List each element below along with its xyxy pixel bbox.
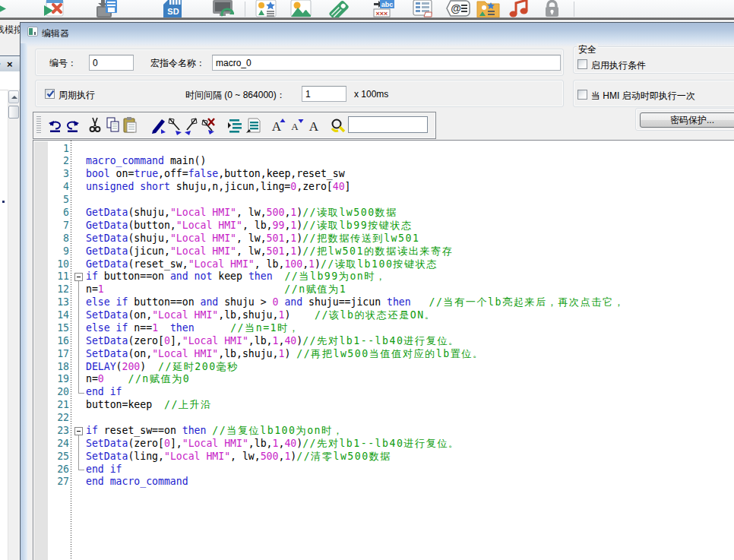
svg-text:SD: SD — [167, 7, 179, 16]
password-protect-button[interactable]: 密码保护... — [640, 112, 734, 128]
redo-icon[interactable] — [63, 115, 81, 135]
offline-simulation-label: 离线模拟 — [0, 24, 21, 36]
code-line: GetData(jicun,"Local HMI", lw,501,1)//把l… — [86, 245, 453, 258]
dialog-title: 编辑器 — [42, 27, 69, 40]
toolbar-separator — [574, 2, 574, 17]
code-line: macro_command main() — [86, 155, 206, 168]
font-increase-icon[interactable]: A — [270, 115, 288, 135]
periodic-label: 周期执行 — [59, 89, 95, 102]
code-line: end macro_command — [86, 476, 188, 489]
toolbar-separator — [245, 2, 245, 17]
code-line: n=0 //n赋值为0 — [86, 373, 190, 386]
copy-icon[interactable] — [104, 115, 122, 135]
enable-condition-checkbox[interactable] — [577, 59, 587, 69]
paste-icon[interactable] — [121, 115, 139, 135]
docked-panel-titlebar: ▾ × — [0, 55, 21, 73]
svg-text:@: @ — [451, 2, 461, 14]
startup-checkbox[interactable] — [577, 90, 587, 100]
code-line: GetData(button,"Local HMI", lb,99,1)//读取… — [86, 220, 413, 233]
font-icon[interactable]: A — [305, 115, 323, 135]
code-line: n=1 //n赋值为1 — [86, 283, 346, 296]
toolbar-grip[interactable] — [36, 116, 41, 134]
cut-icon[interactable] — [86, 115, 104, 135]
code-line: else if button==on and shuju > 0 and shu… — [86, 296, 625, 309]
project-panel — [0, 71, 21, 560]
code-line: if button==on and not keep then //当lb99为… — [86, 271, 387, 283]
editor-dialog: 编辑器 编号： 0 宏指令名称： macro_0 安全 启用执行条件 周期执行 … — [20, 22, 734, 560]
code-line: SetData(ling,"Local HMI", lw,500,1)//清零l… — [86, 451, 391, 464]
background-window-left-strip: 离线模拟 ▾ × — [0, 20, 21, 560]
code-line: else if n==1 then //当n=1时， — [86, 322, 299, 335]
periodic-checkbox[interactable] — [45, 89, 55, 99]
scrollbar-up-button[interactable] — [8, 90, 19, 103]
svg-text:A: A — [291, 121, 299, 132]
periodic-groupbox — [35, 80, 564, 107]
code-line: button=keep //上升沿 — [86, 399, 212, 412]
undo-icon[interactable] — [46, 115, 65, 135]
panel-dropdown-icon[interactable]: ▾ — [0, 61, 1, 68]
font-decrease-icon[interactable]: A — [288, 115, 306, 135]
svg-text:×××: ××× — [376, 10, 388, 17]
code-text: macro_command main()bool on=true,off=fal… — [33, 141, 734, 560]
macro-name-input[interactable]: macro_0 — [212, 55, 561, 71]
code-line: SetData(shuju,"Local HMI", lw,501,1)//把数… — [86, 233, 419, 245]
code-line: if reset_sw==on then //当复位lb100为on时， — [86, 425, 343, 438]
editor-window-icon — [27, 27, 38, 36]
panel-scrollbar[interactable] — [8, 90, 19, 560]
bookmark-next-icon[interactable] — [166, 115, 184, 135]
interval-input[interactable]: 1 — [302, 86, 346, 102]
dialog-titlebar[interactable] — [21, 23, 734, 43]
code-line: SetData(zero[0],"Local HMI",lb,1,40)//先对… — [86, 438, 460, 451]
security-group-label: 安全 — [577, 43, 598, 56]
bookmark-prev-icon[interactable] — [182, 115, 201, 135]
code-editor[interactable]: 1234567891011121314151617181920212223242… — [33, 140, 734, 560]
code-line: DELAY(200) //延时200毫秒 — [86, 361, 239, 374]
code-line: bool on=true,off=false,button,keep,reset… — [86, 168, 345, 181]
find-icon[interactable] — [329, 115, 347, 135]
app-toolbar: SDabc×××@ — [0, 0, 734, 17]
svg-text:A: A — [309, 119, 319, 134]
panel-close-icon[interactable]: × — [7, 59, 13, 70]
svg-text:abc: abc — [381, 1, 394, 8]
tree-item-bullet — [2, 201, 5, 203]
screen: SDabc×××@ 离线模拟 ▾ × 编辑器 编号： 0 宏指令名称： macr… — [0, 0, 734, 560]
code-line: unsigned short shuju,n,jicun,ling=0,zero… — [86, 181, 351, 194]
macro-name-label: 宏指令名称： — [149, 57, 207, 70]
editor-toolbar: AAA — [33, 112, 436, 139]
code-line: GetData(reset_sw,"Local HMI", lb,100,1)/… — [86, 258, 438, 271]
app-toolbar-bottom-edge — [0, 17, 734, 20]
code-line: SetData(on,"Local HMI",lb,shuju,1) //该lb… — [86, 309, 435, 322]
startup-label: 当 HMI 启动时即执行一次 — [591, 90, 695, 103]
code-line: GetData(shuju,"Local HMI", lw,500,1)//读取… — [86, 207, 397, 220]
svg-text:A: A — [271, 119, 281, 134]
interval-unit-label: x 100ms — [353, 89, 390, 100]
code-line: SetData(zero[0],"Local HMI",lb,1,40)//先对… — [86, 335, 460, 348]
id-input[interactable]: 0 — [89, 55, 134, 71]
indent-icon[interactable] — [226, 115, 245, 135]
outdent-icon[interactable] — [244, 115, 262, 135]
bookmark-clear-icon[interactable] — [199, 115, 217, 135]
interval-label: 时间间隔 (0 ~ 864000)： — [184, 89, 287, 102]
code-line: end if — [86, 464, 122, 476]
dialog-left-frame — [21, 43, 27, 560]
id-label: 编号： — [48, 57, 78, 70]
code-line: SetData(on,"Local HMI",lb,shuju,1) //再把l… — [86, 348, 484, 361]
enable-condition-label: 启用执行条件 — [591, 59, 646, 72]
code-line: end if — [86, 386, 122, 399]
scrollbar-thumb[interactable] — [8, 106, 19, 119]
search-input[interactable] — [348, 116, 428, 133]
